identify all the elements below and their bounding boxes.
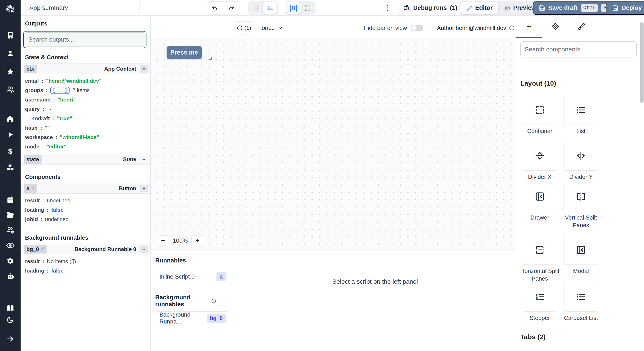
undo-button[interactable] [206,2,223,14]
bg0-collapse-button[interactable] [140,246,148,253]
save-draft-label: Save draft [548,4,578,12]
sidebar-item-workers[interactable] [6,226,15,235]
expand-rail-button[interactable] [6,335,14,343]
component-card-drawer[interactable] [522,182,557,211]
array-expand-badge[interactable]: [...] [50,87,70,94]
component-label: Drawer [518,214,561,222]
background-runnable-item[interactable]: Background Runna... bg_0 [155,312,229,325]
tab-theme[interactable] [568,16,594,37]
ctx-row-query[interactable]: query:- [25,104,150,114]
info-icon [509,25,515,31]
ctx-row-workspace[interactable]: workspace:"windmill-labs" [25,132,150,142]
resize-handle[interactable] [208,56,212,61]
component-card-container[interactable] [522,95,557,125]
ctx-row-hash[interactable]: hash:"" [25,123,150,132]
component-a-badge[interactable]: a☝ [24,184,37,193]
desktop-view-button[interactable] [263,2,277,14]
ctx-row-groups[interactable]: groups:[...]2 items [25,86,150,95]
component-card-divider-x[interactable] [522,141,557,170]
tab-editor[interactable]: Editor [460,2,498,14]
sidebar-item-settings[interactable] [6,257,14,265]
editor-label: Editor [475,4,492,12]
zoom-in-button[interactable]: + [192,236,204,246]
a-row-jobid[interactable]: jobId:undefined [25,214,150,224]
component-card-modal[interactable] [563,235,598,265]
sidebar-item-schedules[interactable] [6,196,14,204]
ctx-row-username[interactable]: username:"henri" [25,95,150,104]
sidebar-item-user[interactable] [6,50,14,57]
component-card-list[interactable] [563,95,598,125]
a-row-result[interactable]: result:undefined [25,196,150,205]
debug-runs-button[interactable]: Debug runs (1) [398,2,463,14]
open-book-icon [6,304,14,312]
bug-icon [404,4,410,11]
bg0-badge[interactable]: bg_0☝ [24,245,47,254]
bg0-row-loading[interactable]: loading:false [25,266,150,276]
mobile-view-button[interactable] [249,2,263,14]
windmill-logo[interactable] [5,4,16,14]
state-expand-button[interactable] [140,156,148,163]
empty-value-badge[interactable]: - [47,106,54,112]
center-spacing-button[interactable]: |0| [286,2,300,14]
component-label: Divider Y [560,173,602,181]
sidebar-item-ai[interactable] [6,272,15,281]
more-menu-button[interactable] [384,3,390,13]
deploy-button[interactable]: Deploy [606,1,644,15]
redo-button[interactable] [223,2,240,14]
save-draft-button[interactable]: Save draft Ctrl S [533,1,615,15]
component-card-vertical-split[interactable] [563,182,598,211]
sidebar-item-resources[interactable] [6,164,14,172]
ctx-badge[interactable]: ctx [24,64,37,73]
ctx-header-row[interactable]: ctx App Context [20,64,150,74]
component-card-stepper[interactable] [522,282,557,312]
sidebar-item-home[interactable] [6,115,14,123]
app-summary-input[interactable] [24,2,140,14]
a-row-loading[interactable]: loading:false [25,205,150,214]
undo-icon [211,5,218,11]
schedule-dropdown[interactable]: once [262,22,283,34]
dark-mode-toggle[interactable] [6,316,14,324]
hide-bar-toggle[interactable] [410,24,423,31]
component-card-divider-y[interactable] [563,141,598,170]
refresh-count: (1) [244,25,251,31]
tab-component-settings[interactable] [542,16,568,37]
component-a-header-row[interactable]: a☝ Button [20,183,150,194]
refresh-button[interactable]: (1) [234,22,254,34]
eye-icon [6,241,15,250]
device-toggle-group [248,1,278,14]
search-outputs-input[interactable] [24,32,145,47]
bg0-header-row[interactable]: bg_0☝ Background Runnable 0 [20,244,150,254]
panel-scrollbar[interactable] [640,22,644,103]
sidebar-item-docs[interactable] [6,304,14,312]
state-badge[interactable]: state [24,155,42,164]
ctx-row-email[interactable]: email:"henri@windmill.dev" [25,76,150,86]
inline-script-item[interactable]: Inline Script 0 a [155,270,229,283]
search-components-input[interactable] [520,41,636,58]
sidebar-item-audit[interactable] [6,241,15,250]
outputs-panel: Outputs State & Context ctx App Context … [20,16,151,351]
sidebar-item-favorites[interactable] [6,68,14,76]
press-me-button[interactable]: Press me [166,46,202,59]
sidebar-item-groups[interactable] [6,85,14,94]
ctx-collapse-button[interactable] [140,65,148,73]
sidebar-item-runs[interactable] [6,131,14,138]
sidebar-item-folders[interactable] [6,210,14,219]
ctx-rows: email:"henri@windmill.dev" groups:[...]2… [20,74,150,154]
ctx-row-mode[interactable]: mode:"editor" [25,142,150,151]
sidebar-item-variables[interactable]: $ [8,147,12,156]
component-card-carousel-list[interactable] [563,282,598,312]
state-header-row[interactable]: state State [20,154,150,164]
component-a-collapse-button[interactable] [140,185,148,192]
modal-icon [576,245,586,255]
canvas-grid[interactable]: Press me − 100% + [151,38,516,249]
sidebar-item-workspace[interactable] [6,31,14,39]
fullscreen-button[interactable] [300,2,314,14]
debug-runs-count: (1) [450,4,457,12]
ctx-row-nodraft[interactable]: nodraft:"true" [25,114,150,123]
tab-insert-component[interactable]: + [516,16,542,37]
add-background-runnable-button[interactable]: + [221,296,229,306]
grid-row[interactable]: Press me [154,45,512,61]
bg0-row-result[interactable]: result:No items ([]) [25,257,150,266]
component-card-horizontal-split[interactable] [522,235,557,265]
zoom-out-button[interactable]: − [157,236,169,246]
